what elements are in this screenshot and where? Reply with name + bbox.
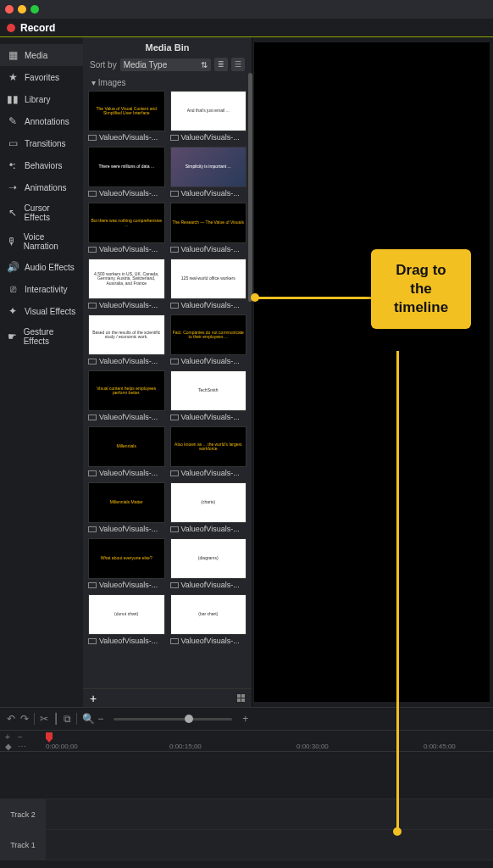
image-file-icon [170,582,179,588]
add-track-button[interactable]: + [5,734,15,741]
media-thumbnail[interactable]: Simplicity is important ...ValueofVisual… [170,147,247,198]
tracks-area: Track 2 Track 1 [0,752,493,860]
split-button[interactable]: ⎮ [53,713,58,725]
thumbnail-caption: ValueofVisuals-... [88,245,165,253]
media-thumbnail[interactable]: Fact: Companies do not communicate to th… [170,314,247,365]
thumbnail-image: (donut chart) [88,594,165,635]
thumbnail-caption: ValueofVisuals-... [88,637,165,645]
media-thumbnail[interactable]: (bar chart)ValueofVisuals-... [170,594,247,645]
section-header-images[interactable]: ▾ Images [83,75,252,91]
sidebar-item-label: Gesture Effects [24,327,76,346]
media-thumbnail[interactable]: TechSmithValueofVisuals-... [170,370,247,421]
media-bin-footer: + [83,688,252,707]
ruler-tick: 0:00:30;00 [296,743,329,750]
speaker-icon: 🔊 [7,261,19,273]
sidebar-item-voice-narration[interactable]: 🎙 Voice Narration [0,227,83,256]
redo-button[interactable]: ↷ [20,713,29,725]
sidebar-item-label: Voice Narration [24,232,76,251]
sort-dropdown[interactable]: Media Type ⇅ [120,58,211,71]
sidebar-item-library[interactable]: ▮▮ Library [0,88,83,110]
media-bin-scrollbar[interactable] [248,73,252,666]
media-thumbnail[interactable]: Based on the results of the scientific s… [88,314,165,365]
media-thumbnail[interactable]: But there was nothing comprehensive ...V… [88,203,165,253]
media-thumbnail[interactable]: (diagrams)ValueofVisuals-... [170,538,247,589]
media-thumbnail[interactable]: (charts)ValueofVisuals-... [170,482,247,533]
zoom-slider-knob[interactable] [185,715,193,723]
sidebar-item-behaviors[interactable]: •ː Behaviors [0,154,83,176]
sidebar-item-cursor-effects[interactable]: ↖ Cursor Effects [0,198,83,227]
add-media-button[interactable]: + [90,692,97,705]
sidebar-item-annotations[interactable]: ✎ Annotations [0,110,83,132]
thumbnail-caption: ValueofVisuals-... [170,189,247,198]
sidebar-item-label: Media [25,51,47,60]
media-thumbnail[interactable]: Visual content helps employees perform b… [88,370,165,421]
thumbnail-caption: ValueofVisuals-... [170,301,247,309]
zoom-slider[interactable] [114,718,232,721]
media-thumbnail[interactable]: 125 real-world office workersValueofVisu… [170,259,247,309]
media-thumbnail[interactable]: (donut chart)ValueofVisuals-... [88,594,165,645]
separator [76,713,77,725]
gesture-icon: ☛ [7,331,18,342]
list-view-button[interactable]: ≣ [214,58,228,71]
sidebar-item-gesture-effects[interactable]: ☛ Gesture Effects [0,322,83,351]
track-header[interactable]: Track 1 [0,830,46,860]
remove-track-button[interactable]: − [18,734,28,741]
zoom-window-button[interactable] [30,5,39,14]
media-thumbnail[interactable]: And that's just email ...ValueofVisuals-… [170,91,247,142]
undo-button[interactable]: ↶ [7,713,15,725]
marker-remove-button[interactable]: ⋯ [18,743,28,750]
minimize-window-button[interactable] [18,5,26,14]
separator [34,713,35,725]
track-row: Track 1 [0,830,493,860]
sidebar-item-label: Transitions [25,139,66,148]
thumbnail-caption: ValueofVisuals-... [170,245,247,253]
sidebar-item-audio-effects[interactable]: 🔊 Audio Effects [0,256,83,278]
close-window-button[interactable] [5,5,14,14]
track-lane[interactable] [46,830,493,860]
tracks-spacer [0,752,493,799]
media-thumbnail[interactable]: Also known as ... the world's largest wo… [170,426,247,477]
ruler-tick: 0:00:00;00 [46,743,78,750]
grid-view-button[interactable] [237,694,245,702]
media-thumbnail[interactable]: 4,500 workers in US, UK, Canada, Germany… [88,259,165,309]
instruction-callout: Drag to the timeline [371,249,471,329]
scrollbar-thumb[interactable] [248,73,252,302]
media-thumbnail[interactable]: MillennialsValueofVisuals-... [88,426,165,477]
image-file-icon [170,470,179,476]
thumbnail-image: Fact: Companies do not communicate to th… [170,314,247,355]
detail-view-button[interactable]: ☰ [231,58,245,71]
zoom-out-icon[interactable]: 🔍 − [82,713,103,725]
ruler-tick: 0:00:45;00 [424,743,456,750]
image-file-icon [88,582,97,588]
copy-button[interactable]: ⧉ [64,713,71,725]
record-bar[interactable]: Record [0,19,493,37]
window-titlebar [0,0,493,19]
media-thumbnail[interactable]: The Research — The Value of VisualsValue… [170,203,247,253]
cursor-icon: ↖ [7,207,19,219]
callout-connector [396,351,399,831]
marker-button[interactable]: ◆ [5,743,15,750]
track-lane[interactable] [46,799,493,829]
sort-row: Sort by Media Type ⇅ ≣ ☰ [83,58,252,75]
timeline-ruler[interactable]: + − ◆ ⋯ 0:00:00;00 0:00:15;00 0:00:30;00… [0,730,493,752]
sidebar-item-label: Behaviors [25,161,62,170]
playhead[interactable] [46,732,53,743]
media-thumbnail[interactable]: Millennials MatterValueofVisuals-... [88,482,165,533]
sidebar-item-media[interactable]: ▦ Media [0,44,83,66]
sidebar-item-interactivity[interactable]: ⎚ Interactivity [0,278,83,300]
media-thumbnail[interactable]: What about everyone else?ValueofVisuals-… [88,538,165,589]
media-thumbnail[interactable]: There were millions of data ...ValueofVi… [88,147,165,198]
cut-button[interactable]: ✂ [40,713,48,725]
sidebar-item-animations[interactable]: ➝ Animations [0,176,83,198]
sidebar-item-favorites[interactable]: ★ Favorites [0,66,83,88]
thumbnail-image: (charts) [170,482,247,523]
preview-canvas[interactable] [254,42,490,702]
image-file-icon [88,638,97,644]
zoom-in-icon[interactable]: + [242,713,248,725]
thumbnail-caption: ValueofVisuals-... [88,413,165,421]
behaviors-icon: •ː [7,159,19,171]
track-header[interactable]: Track 2 [0,799,46,829]
media-thumbnail[interactable]: The Value of Visual Content and Simplifi… [88,91,165,142]
sidebar-item-visual-effects[interactable]: ✦ Visual Effects [0,300,83,322]
sidebar-item-transitions[interactable]: ▭ Transitions [0,132,83,154]
